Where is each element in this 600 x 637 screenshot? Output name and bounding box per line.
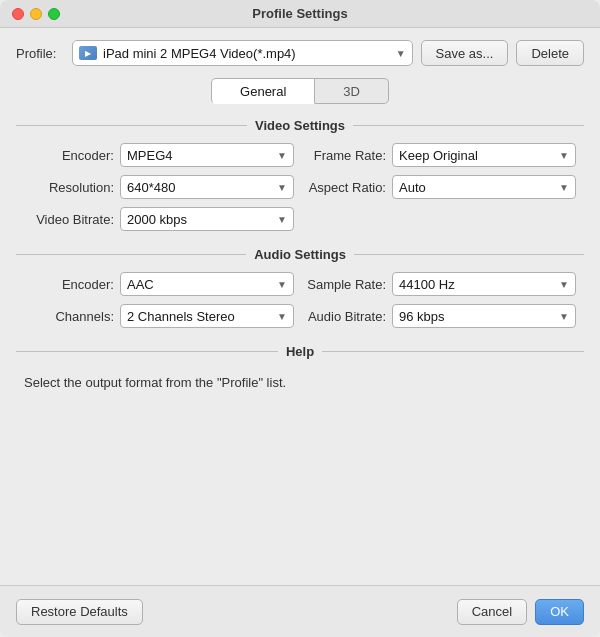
help-text: Select the output format from the "Profi… — [16, 369, 584, 397]
tab-3d[interactable]: 3D — [315, 78, 389, 104]
samplerate-row: Sample Rate: 44100 Hz ▼ — [306, 272, 576, 296]
channels-dropdown[interactable]: 2 Channels Stereo ▼ — [120, 304, 294, 328]
aspectratio-value: Auto — [399, 180, 426, 195]
audio-form-grid: Encoder: AAC ▼ Sample Rate: 44100 Hz ▼ C… — [16, 272, 584, 328]
resolution-row: Resolution: 640*480 ▼ — [24, 175, 294, 199]
framerate-value: Keep Original — [399, 148, 478, 163]
bottom-bar: Restore Defaults Cancel OK — [0, 585, 600, 637]
video-section-header: Video Settings — [16, 118, 584, 133]
section-line-right — [354, 254, 584, 255]
audiobitrate-dropdown[interactable]: 96 kbps ▼ — [392, 304, 576, 328]
videobitrate-dropdown[interactable]: 2000 kbps ▼ — [120, 207, 294, 231]
chevron-down-icon: ▼ — [559, 150, 569, 161]
chevron-down-icon: ▼ — [277, 311, 287, 322]
video-settings-section: Video Settings Encoder: MPEG4 ▼ Frame Ra… — [16, 118, 584, 231]
profile-dropdown[interactable]: ▶ iPad mini 2 MPEG4 Video(*.mp4) ▼ — [72, 40, 413, 66]
chevron-down-icon: ▼ — [277, 182, 287, 193]
window-title: Profile Settings — [252, 6, 347, 21]
save-as-button[interactable]: Save as... — [421, 40, 509, 66]
resolution-label: Resolution: — [24, 180, 114, 195]
video-form-grid: Encoder: MPEG4 ▼ Frame Rate: Keep Origin… — [16, 143, 584, 231]
profile-device-icon: ▶ — [79, 46, 97, 60]
audio-encoder-dropdown[interactable]: AAC ▼ — [120, 272, 294, 296]
help-section: Help Select the output format from the "… — [16, 344, 584, 397]
delete-button[interactable]: Delete — [516, 40, 584, 66]
tab-general[interactable]: General — [211, 78, 315, 104]
section-line-left — [16, 125, 247, 126]
section-line-left — [16, 351, 278, 352]
chevron-down-icon: ▼ — [559, 279, 569, 290]
chevron-down-icon: ▼ — [559, 182, 569, 193]
tabs-row: General 3D — [16, 78, 584, 104]
section-line-left — [16, 254, 246, 255]
traffic-lights — [12, 8, 60, 20]
videobitrate-value: 2000 kbps — [127, 212, 187, 227]
aspectratio-dropdown[interactable]: Auto ▼ — [392, 175, 576, 199]
profile-select-text: ▶ iPad mini 2 MPEG4 Video(*.mp4) — [79, 46, 296, 61]
audio-encoder-row: Encoder: AAC ▼ — [24, 272, 294, 296]
audio-section-header: Audio Settings — [16, 247, 584, 262]
chevron-down-icon: ▼ — [277, 279, 287, 290]
bottom-right-buttons: Cancel OK — [457, 599, 584, 625]
audiobitrate-value: 96 kbps — [399, 309, 445, 324]
video-section-title: Video Settings — [255, 118, 345, 133]
main-content: Profile: ▶ iPad mini 2 MPEG4 Video(*.mp4… — [0, 28, 600, 425]
profile-label: Profile: — [16, 46, 64, 61]
encoder-value: MPEG4 — [127, 148, 173, 163]
maximize-button[interactable] — [48, 8, 60, 20]
ok-button[interactable]: OK — [535, 599, 584, 625]
cancel-button[interactable]: Cancel — [457, 599, 527, 625]
chevron-down-icon: ▼ — [277, 150, 287, 161]
resolution-value: 640*480 — [127, 180, 175, 195]
encoder-label: Encoder: — [24, 148, 114, 163]
audiobitrate-label: Audio Bitrate: — [306, 309, 386, 324]
restore-defaults-button[interactable]: Restore Defaults — [16, 599, 143, 625]
audiobitrate-row: Audio Bitrate: 96 kbps ▼ — [306, 304, 576, 328]
audio-encoder-label: Encoder: — [24, 277, 114, 292]
channels-label: Channels: — [24, 309, 114, 324]
samplerate-value: 44100 Hz — [399, 277, 455, 292]
help-section-title: Help — [286, 344, 314, 359]
framerate-dropdown[interactable]: Keep Original ▼ — [392, 143, 576, 167]
channels-row: Channels: 2 Channels Stereo ▼ — [24, 304, 294, 328]
title-bar: Profile Settings — [0, 0, 600, 28]
framerate-label: Frame Rate: — [306, 148, 386, 163]
channels-value: 2 Channels Stereo — [127, 309, 235, 324]
chevron-down-icon: ▼ — [396, 48, 406, 59]
section-line-right — [322, 351, 584, 352]
help-section-header: Help — [16, 344, 584, 359]
section-line-right — [353, 125, 584, 126]
encoder-dropdown[interactable]: MPEG4 ▼ — [120, 143, 294, 167]
profile-row: Profile: ▶ iPad mini 2 MPEG4 Video(*.mp4… — [16, 40, 584, 66]
framerate-row: Frame Rate: Keep Original ▼ — [306, 143, 576, 167]
chevron-down-icon: ▼ — [559, 311, 569, 322]
resolution-dropdown[interactable]: 640*480 ▼ — [120, 175, 294, 199]
samplerate-dropdown[interactable]: 44100 Hz ▼ — [392, 272, 576, 296]
profile-selected-value: iPad mini 2 MPEG4 Video(*.mp4) — [103, 46, 296, 61]
aspectratio-row: Aspect Ratio: Auto ▼ — [306, 175, 576, 199]
videobitrate-label: Video Bitrate: — [24, 212, 114, 227]
audio-section-title: Audio Settings — [254, 247, 346, 262]
samplerate-label: Sample Rate: — [306, 277, 386, 292]
audio-settings-section: Audio Settings Encoder: AAC ▼ Sample Rat… — [16, 247, 584, 328]
videobitrate-row: Video Bitrate: 2000 kbps ▼ — [24, 207, 294, 231]
audio-encoder-value: AAC — [127, 277, 154, 292]
chevron-down-icon: ▼ — [277, 214, 287, 225]
encoder-row: Encoder: MPEG4 ▼ — [24, 143, 294, 167]
close-button[interactable] — [12, 8, 24, 20]
aspectratio-label: Aspect Ratio: — [306, 180, 386, 195]
minimize-button[interactable] — [30, 8, 42, 20]
